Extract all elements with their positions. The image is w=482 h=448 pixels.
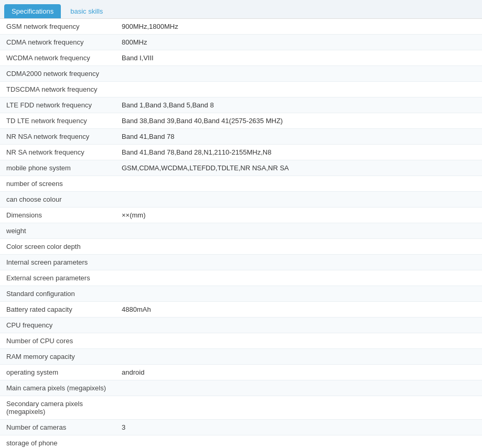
spec-value <box>115 82 482 97</box>
specs-content: GSM network frequency900MHz,1800MHzCDMA … <box>0 19 482 448</box>
spec-label: GSM network frequency <box>0 19 115 35</box>
spec-label: storage of phone <box>0 435 115 449</box>
table-row: NR NSA network frequencyBand 41,Band 78 <box>0 129 482 145</box>
specifications-table: GSM network frequency900MHz,1800MHzCDMA … <box>0 19 482 448</box>
spec-value <box>115 270 482 286</box>
tab-basic-skills[interactable]: basic skills <box>63 4 110 18</box>
spec-label: mobile phone system <box>0 160 115 176</box>
spec-label: TD LTE network frequency <box>0 113 115 129</box>
table-row: can choose colour <box>0 192 482 207</box>
table-row: CDMA network frequency800MHz <box>0 35 482 50</box>
spec-label: number of screens <box>0 176 115 192</box>
spec-label: CPU frequency <box>0 318 115 333</box>
table-row: RAM memory capacity <box>0 349 482 365</box>
spec-value: 4880mAh <box>115 302 482 318</box>
table-row: Dimensions××(mm) <box>0 207 482 223</box>
spec-value <box>115 286 482 302</box>
spec-value <box>115 318 482 333</box>
table-row: Number of cameras3 <box>0 420 482 435</box>
spec-label: can choose colour <box>0 192 115 207</box>
table-row: mobile phone systemGSM,CDMA,WCDMA,LTEFDD… <box>0 160 482 176</box>
spec-value <box>115 255 482 270</box>
table-row: Color screen color depth <box>0 239 482 255</box>
spec-label: NR NSA network frequency <box>0 129 115 145</box>
spec-value <box>115 223 482 239</box>
spec-value <box>115 333 482 349</box>
table-row: CDMA2000 network frequency <box>0 66 482 82</box>
spec-value: 800MHz <box>115 35 482 50</box>
table-row: GSM network frequency900MHz,1800MHz <box>0 19 482 35</box>
spec-label: NR SA network frequency <box>0 145 115 160</box>
spec-label: Dimensions <box>0 207 115 223</box>
table-row: operating systemandroid <box>0 365 482 380</box>
spec-label: Secondary camera pixels (megapixels) <box>0 396 115 420</box>
spec-value <box>115 380 482 396</box>
spec-label: Internal screen parameters <box>0 255 115 270</box>
spec-label: RAM memory capacity <box>0 349 115 365</box>
spec-value: android <box>115 365 482 380</box>
spec-value: Band 38,Band 39,Band 40,Band 41(2575-263… <box>115 113 482 129</box>
table-row: WCDMA network frequencyBand I,VIII <box>0 50 482 66</box>
spec-value <box>115 349 482 365</box>
table-row: Secondary camera pixels (megapixels) <box>0 396 482 420</box>
table-row: Internal screen parameters <box>0 255 482 270</box>
spec-label: Color screen color depth <box>0 239 115 255</box>
spec-value: Band I,VIII <box>115 50 482 66</box>
spec-value: GSM,CDMA,WCDMA,LTEFDD,TDLTE,NR NSA,NR SA <box>115 160 482 176</box>
spec-value: Band 41,Band 78 <box>115 129 482 145</box>
table-row: storage of phone <box>0 435 482 449</box>
table-row: TD LTE network frequencyBand 38,Band 39,… <box>0 113 482 129</box>
table-row: TDSCDMA network frequency <box>0 82 482 97</box>
spec-label: Number of CPU cores <box>0 333 115 349</box>
tab-specifications[interactable]: Specifications <box>4 4 61 18</box>
spec-value: Band 41,Band 78,Band 28,N1,2110-2155MHz,… <box>115 145 482 160</box>
table-row: Battery rated capacity4880mAh <box>0 302 482 318</box>
spec-value: Band 1,Band 3,Band 5,Band 8 <box>115 97 482 113</box>
table-row: Main camera pixels (megapixels) <box>0 380 482 396</box>
spec-value <box>115 435 482 449</box>
table-row: weight <box>0 223 482 239</box>
spec-value <box>115 396 482 420</box>
spec-value <box>115 239 482 255</box>
table-row: number of screens <box>0 176 482 192</box>
spec-label: External screen parameters <box>0 270 115 286</box>
spec-label: Standard configuration <box>0 286 115 302</box>
table-row: Number of CPU cores <box>0 333 482 349</box>
spec-label: TDSCDMA network frequency <box>0 82 115 97</box>
spec-value: 3 <box>115 420 482 435</box>
spec-label: CDMA network frequency <box>0 35 115 50</box>
tab-bar: Specifications basic skills <box>0 0 482 19</box>
spec-label: Number of cameras <box>0 420 115 435</box>
spec-label: CDMA2000 network frequency <box>0 66 115 82</box>
spec-value <box>115 66 482 82</box>
table-row: External screen parameters <box>0 270 482 286</box>
table-row: LTE FDD network frequencyBand 1,Band 3,B… <box>0 97 482 113</box>
spec-label: operating system <box>0 365 115 380</box>
spec-label: weight <box>0 223 115 239</box>
table-row: CPU frequency <box>0 318 482 333</box>
spec-value <box>115 192 482 207</box>
spec-label: LTE FDD network frequency <box>0 97 115 113</box>
spec-value: 900MHz,1800MHz <box>115 19 482 35</box>
spec-value <box>115 176 482 192</box>
spec-label: Battery rated capacity <box>0 302 115 318</box>
spec-label: Main camera pixels (megapixels) <box>0 380 115 396</box>
table-row: Standard configuration <box>0 286 482 302</box>
table-row: NR SA network frequencyBand 41,Band 78,B… <box>0 145 482 160</box>
spec-value: ××(mm) <box>115 207 482 223</box>
spec-label: WCDMA network frequency <box>0 50 115 66</box>
